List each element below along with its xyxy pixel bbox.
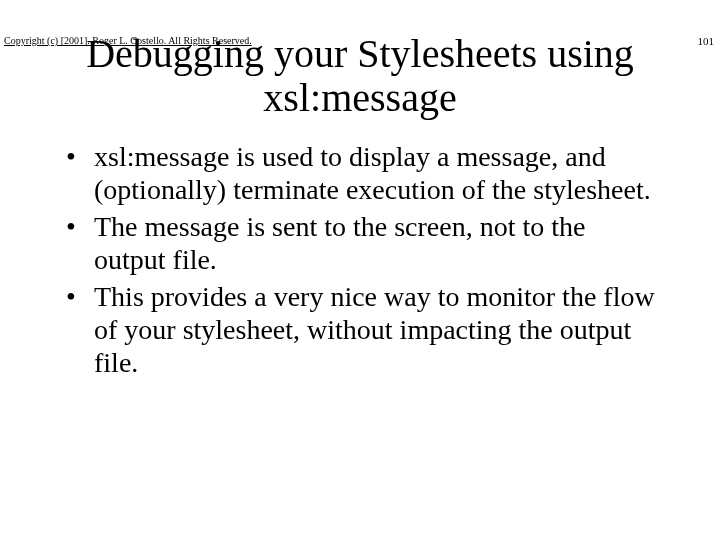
bullet-item: This provides a very nice way to monitor…	[60, 280, 660, 379]
page-number: 101	[698, 35, 715, 47]
bullet-list: xsl:message is used to display a message…	[60, 140, 660, 379]
bullet-item: xsl:message is used to display a message…	[60, 140, 660, 206]
bullet-item: The message is sent to the screen, not t…	[60, 210, 660, 276]
slide: Copyright (c) [2001]. Roger L. Costello.…	[0, 32, 720, 540]
slide-body: xsl:message is used to display a message…	[60, 140, 660, 379]
copyright-line: Copyright (c) [2001]. Roger L. Costello.…	[4, 35, 252, 46]
